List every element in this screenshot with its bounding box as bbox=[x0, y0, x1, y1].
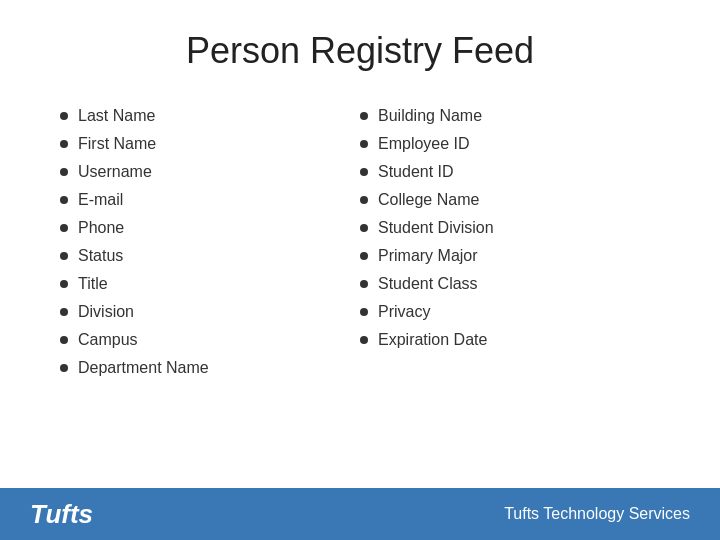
list-item: Primary Major bbox=[360, 247, 660, 265]
bullet-icon bbox=[60, 196, 68, 204]
item-label: Department Name bbox=[78, 359, 209, 377]
item-label: Expiration Date bbox=[378, 331, 487, 349]
bullet-icon bbox=[360, 112, 368, 120]
columns-container: Last NameFirst NameUsernameE-mailPhoneSt… bbox=[60, 107, 660, 387]
list-item: Department Name bbox=[60, 359, 360, 377]
list-item: College Name bbox=[360, 191, 660, 209]
list-item: Campus bbox=[60, 331, 360, 349]
bullet-icon bbox=[60, 140, 68, 148]
item-label: Employee ID bbox=[378, 135, 470, 153]
item-label: Student Class bbox=[378, 275, 478, 293]
item-label: Phone bbox=[78, 219, 124, 237]
list-item: Division bbox=[60, 303, 360, 321]
bullet-icon bbox=[60, 336, 68, 344]
item-label: First Name bbox=[78, 135, 156, 153]
item-label: Division bbox=[78, 303, 134, 321]
bullet-icon bbox=[60, 308, 68, 316]
bullet-icon bbox=[60, 112, 68, 120]
list-item: Employee ID bbox=[360, 135, 660, 153]
bullet-icon bbox=[360, 224, 368, 232]
item-label: Privacy bbox=[378, 303, 430, 321]
item-label: Title bbox=[78, 275, 108, 293]
bullet-icon bbox=[60, 168, 68, 176]
bullet-icon bbox=[360, 308, 368, 316]
list-item: Student Class bbox=[360, 275, 660, 293]
list-item: Building Name bbox=[360, 107, 660, 125]
list-item: Title bbox=[60, 275, 360, 293]
left-column: Last NameFirst NameUsernameE-mailPhoneSt… bbox=[60, 107, 360, 387]
bullet-icon bbox=[360, 252, 368, 260]
bullet-icon bbox=[60, 364, 68, 372]
main-content: Person Registry Feed Last NameFirst Name… bbox=[0, 0, 720, 407]
item-label: College Name bbox=[378, 191, 479, 209]
footer: Tufts Tufts Technology Services bbox=[0, 488, 720, 540]
list-item: Student Division bbox=[360, 219, 660, 237]
list-item: Last Name bbox=[60, 107, 360, 125]
list-item: Student ID bbox=[360, 163, 660, 181]
item-label: Primary Major bbox=[378, 247, 478, 265]
right-column: Building NameEmployee IDStudent IDColleg… bbox=[360, 107, 660, 387]
item-label: E-mail bbox=[78, 191, 123, 209]
footer-logo: Tufts bbox=[30, 499, 93, 530]
bullet-icon bbox=[60, 252, 68, 260]
list-item: E-mail bbox=[60, 191, 360, 209]
footer-tagline: Tufts Technology Services bbox=[504, 505, 690, 523]
item-label: Student Division bbox=[378, 219, 494, 237]
item-label: Student ID bbox=[378, 163, 454, 181]
item-label: Building Name bbox=[378, 107, 482, 125]
bullet-icon bbox=[360, 336, 368, 344]
page-title: Person Registry Feed bbox=[60, 30, 660, 72]
bullet-icon bbox=[60, 280, 68, 288]
bullet-icon bbox=[360, 140, 368, 148]
item-label: Status bbox=[78, 247, 123, 265]
bullet-icon bbox=[60, 224, 68, 232]
bullet-icon bbox=[360, 196, 368, 204]
bullet-icon bbox=[360, 168, 368, 176]
item-label: Last Name bbox=[78, 107, 155, 125]
list-item: Username bbox=[60, 163, 360, 181]
bullet-icon bbox=[360, 280, 368, 288]
item-label: Campus bbox=[78, 331, 138, 349]
list-item: Privacy bbox=[360, 303, 660, 321]
list-item: Phone bbox=[60, 219, 360, 237]
list-item: Status bbox=[60, 247, 360, 265]
list-item: Expiration Date bbox=[360, 331, 660, 349]
item-label: Username bbox=[78, 163, 152, 181]
list-item: First Name bbox=[60, 135, 360, 153]
